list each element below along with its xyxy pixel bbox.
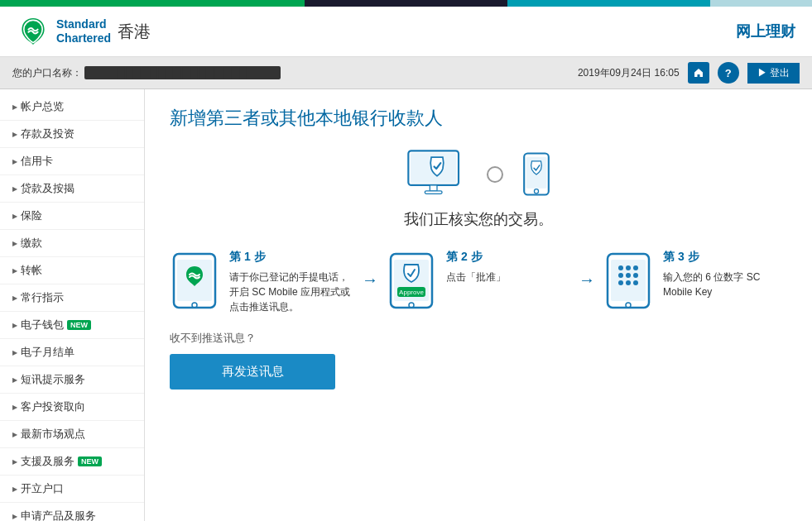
- arrow-2: →: [579, 270, 595, 289]
- new-badge: NEW: [67, 320, 91, 330]
- sidebar-item-13[interactable]: 支援及服务NEW: [0, 448, 144, 476]
- user-bar: 您的户口名称： ████████████████ 2019年09月24日 16:…: [0, 57, 812, 89]
- step3-title: 第 3 步: [663, 250, 787, 265]
- verify-text: 我们正核实您的交易。: [170, 209, 787, 229]
- svg-point-23: [618, 280, 623, 285]
- page-title: 新增第三者或其他本地银行收款人: [170, 106, 787, 131]
- step-3: 第 3 步 输入您的 6 位数字 SC Mobile Key: [603, 250, 787, 312]
- step3-desc: 输入您的 6 位数字 SC Mobile Key: [663, 270, 787, 299]
- bar-green: [0, 0, 305, 7]
- sidebar-item-label: 开立户口: [21, 481, 64, 496]
- sidebar-item-15[interactable]: 申请产品及服务: [0, 503, 144, 521]
- step1-title: 第 1 步: [229, 250, 353, 265]
- username-masked: ████████████████: [84, 66, 281, 79]
- phone-icon: [520, 151, 553, 197]
- svg-point-24: [626, 280, 631, 285]
- username-area: 您的户口名称： ████████████████: [12, 66, 281, 80]
- step2-icon: Approve: [387, 250, 436, 312]
- sidebar-item-label: 电子钱包: [21, 318, 64, 332]
- svg-point-20: [618, 273, 623, 278]
- logout-button[interactable]: ▶ 登出: [747, 63, 800, 84]
- verify-illustration: [170, 147, 787, 201]
- sidebar-item-label: 常行指示: [21, 290, 64, 305]
- sidebar-item-label: 信用卡: [21, 154, 53, 169]
- sidebar-item-2[interactable]: 信用卡: [0, 148, 144, 175]
- steps-container: 第 1 步 请于你已登记的手提电话，开启 SC Mobile 应用程式或点击推送…: [170, 250, 787, 314]
- header: Standard Chartered 香港 网上理财: [0, 7, 812, 57]
- step1-desc: 请于你已登记的手提电话，开启 SC Mobile 应用程式或点击推送讯息。: [229, 270, 353, 314]
- svg-point-18: [626, 265, 631, 270]
- region-label: 香港: [118, 21, 151, 43]
- new-badge: NEW: [78, 456, 102, 466]
- brand-line2: Chartered: [56, 31, 111, 45]
- sidebar-item-7[interactable]: 常行指示: [0, 284, 144, 312]
- home-icon: [693, 67, 704, 79]
- svg-point-17: [618, 265, 623, 270]
- step3-content: 第 3 步 输入您的 6 位数字 SC Mobile Key: [663, 250, 787, 299]
- step1-content: 第 1 步 请于你已登记的手提电话，开启 SC Mobile 应用程式或点击推送…: [229, 250, 353, 314]
- bar-dark: [305, 0, 507, 7]
- help-icon: ?: [725, 67, 732, 79]
- step2-desc: 点击「批准」: [446, 270, 570, 284]
- step-1: 第 1 步 请于你已登记的手提电话，开启 SC Mobile 应用程式或点击推送…: [170, 250, 353, 314]
- sidebar-item-label: 最新市场观点: [21, 427, 85, 442]
- svg-rect-2: [430, 185, 437, 191]
- bar-light: [710, 0, 812, 7]
- top-color-bar: [0, 0, 812, 7]
- userbar-right: 2019年09月24日 16:05 ? ▶ 登出: [578, 62, 800, 84]
- sidebar-item-label: 申请产品及服务: [21, 509, 96, 521]
- step1-icon: [170, 250, 219, 312]
- sidebar-item-14[interactable]: 开立户口: [0, 476, 144, 503]
- connecting-dot: [487, 166, 503, 183]
- svg-point-22: [633, 273, 638, 278]
- brand-name: Standard Chartered: [56, 17, 111, 45]
- main-layout: 帐户总览存款及投资信用卡贷款及按揭保险缴款转帐常行指示电子钱包NEW电子月结单短…: [0, 89, 812, 521]
- home-button[interactable]: [688, 62, 709, 84]
- sidebar-item-label: 电子月结单: [21, 345, 74, 360]
- brand-line1: Standard: [56, 17, 111, 31]
- no-msg-text: 收不到推送讯息？: [170, 331, 787, 346]
- sidebar-item-12[interactable]: 最新市场观点: [0, 421, 144, 448]
- help-button[interactable]: ?: [718, 62, 739, 84]
- sidebar-item-3[interactable]: 贷款及按揭: [0, 175, 144, 203]
- sidebar-item-label: 保险: [21, 208, 42, 223]
- monitor-icon: [404, 147, 470, 201]
- sidebar-item-1[interactable]: 存款及投资: [0, 121, 144, 148]
- svg-point-19: [633, 265, 638, 270]
- sidebar-item-label: 贷款及按揭: [21, 181, 74, 196]
- sidebar-item-label: 帐户总览: [21, 99, 64, 114]
- svg-point-25: [633, 280, 638, 285]
- sidebar-item-label: 转帐: [21, 263, 42, 278]
- sidebar-item-label: 存款及投资: [21, 127, 74, 141]
- sidebar: 帐户总览存款及投资信用卡贷款及按揭保险缴款转帐常行指示电子钱包NEW电子月结单短…: [0, 89, 145, 521]
- sidebar-item-label: 短讯提示服务: [21, 372, 85, 387]
- bar-teal: [507, 0, 710, 7]
- datetime: 2019年09月24日 16:05: [578, 66, 680, 80]
- step-2: Approve 第 2 步 点击「批准」: [387, 250, 570, 312]
- sidebar-item-9[interactable]: 电子月结单: [0, 339, 144, 366]
- resend-button[interactable]: 再发送讯息: [170, 354, 335, 390]
- step3-icon: [603, 250, 653, 312]
- sidebar-item-10[interactable]: 短讯提示服务: [0, 366, 144, 394]
- svg-rect-3: [425, 191, 442, 194]
- step2-content: 第 2 步 点击「批准」: [446, 250, 570, 284]
- sidebar-item-11[interactable]: 客户投资取向: [0, 394, 144, 421]
- step2-title: 第 2 步: [446, 250, 570, 265]
- sc-logo-icon: [17, 15, 50, 48]
- svg-text:Approve: Approve: [399, 289, 424, 296]
- sidebar-item-0[interactable]: 帐户总览: [0, 93, 144, 121]
- sidebar-item-label: 客户投资取向: [21, 399, 85, 414]
- logo-area: Standard Chartered 香港: [17, 15, 151, 48]
- resend-section: 收不到推送讯息？ 再发送讯息: [170, 331, 787, 390]
- sidebar-item-5[interactable]: 缴款: [0, 230, 144, 257]
- service-title: 网上理财: [736, 22, 795, 41]
- svg-point-21: [626, 273, 631, 278]
- sidebar-item-6[interactable]: 转帐: [0, 257, 144, 284]
- sidebar-item-label: 缴款: [21, 236, 42, 251]
- username-label: 您的户口名称：: [12, 67, 82, 79]
- sidebar-item-4[interactable]: 保险: [0, 203, 144, 230]
- arrow-1: →: [362, 270, 378, 289]
- sidebar-item-8[interactable]: 电子钱包NEW: [0, 312, 144, 339]
- content-area: 新增第三者或其他本地银行收款人: [145, 89, 812, 521]
- sidebar-item-label: 支援及服务: [21, 454, 74, 469]
